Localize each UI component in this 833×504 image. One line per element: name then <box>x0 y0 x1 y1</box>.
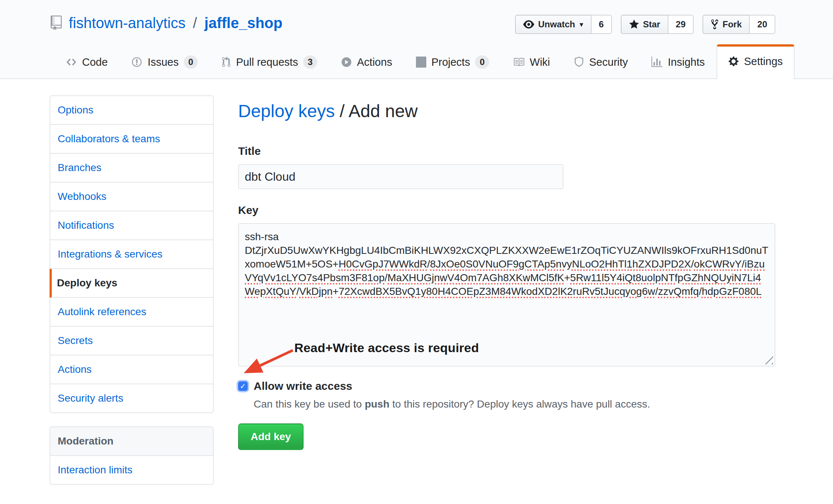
tab-insights[interactable]: Insights <box>640 45 717 79</box>
pull-request-icon <box>221 57 231 68</box>
tab-projects[interactable]: Projects 0 <box>404 45 501 79</box>
sidebar-item-branches[interactable]: Branches <box>50 154 213 183</box>
key-text: + <box>564 272 570 283</box>
key-textarea[interactable]: ssh-rsa DtZjrXuD5UwXwYKHgbgLU4IbCmBiKHLW… <box>238 223 775 367</box>
tab-actions-label: Actions <box>357 55 392 69</box>
allow-write-access-checkbox[interactable]: ✓ <box>238 381 248 391</box>
watch-button-group: Unwatch ▾ 6 <box>515 15 612 34</box>
sidebar-item-autolink-references[interactable]: Autolink references <box>50 298 213 327</box>
repo-icon <box>50 16 63 30</box>
page-header: fishtown-analytics / jaffle_shop Unwatch… <box>0 0 833 79</box>
pull-requests-counter: 3 <box>303 55 317 69</box>
github-settings-page: fishtown-analytics / jaffle_shop Unwatch… <box>0 0 833 504</box>
repo-nav: Code Issues 0 Pull requests 3 Actions Pr… <box>54 44 795 79</box>
watch-count[interactable]: 6 <box>591 15 612 34</box>
tab-actions[interactable]: Actions <box>329 45 404 79</box>
sidebar-item-security-alerts[interactable]: Security alerts <box>50 384 213 412</box>
graph-icon <box>651 57 663 68</box>
key-text: / <box>699 286 702 297</box>
moderation-heading: Moderation <box>50 427 213 456</box>
project-icon <box>416 57 426 68</box>
key-text: H0CvGpJ7WWkdR <box>339 258 427 270</box>
sidebar-item-interaction-limits[interactable]: Interaction limits <box>50 456 213 484</box>
settings-menu: Options Collaborators & teams Branches W… <box>50 95 214 413</box>
key-text: / <box>655 286 658 297</box>
fork-label: Fork <box>722 19 742 30</box>
sidebar-item-options[interactable]: Options <box>50 96 213 125</box>
sidebar-item-deploy-keys[interactable]: Deploy keys <box>50 269 213 298</box>
repo-owner-link[interactable]: fishtown-analytics <box>69 13 186 33</box>
key-text: VkDjpn <box>299 286 332 297</box>
tab-pull-requests[interactable]: Pull requests 3 <box>210 45 329 79</box>
fork-icon <box>711 19 719 30</box>
tab-issues-label: Issues <box>148 55 179 69</box>
checkmark-icon: ✓ <box>240 381 246 391</box>
key-text: / <box>385 272 387 283</box>
issue-opened-icon <box>131 57 142 68</box>
code-icon <box>66 57 77 68</box>
deploy-key-form: Deploy keys / Add new Title Key ssh-rsa … <box>238 95 775 450</box>
moderation-menu: Moderation Interaction limits <box>50 426 214 485</box>
tab-wiki[interactable]: Wiki <box>501 45 562 79</box>
fork-count[interactable]: 20 <box>749 15 775 34</box>
key-text: / <box>691 258 694 270</box>
help-text-push: push <box>365 398 389 410</box>
sidebar-item-collaborators-teams[interactable]: Collaborators & teams <box>50 125 213 154</box>
tab-security-label: Security <box>589 55 628 69</box>
star-count[interactable]: 29 <box>668 15 694 34</box>
write-access-help-text: Can this key be used to push to this rep… <box>254 397 775 412</box>
sidebar-item-integrations-services[interactable]: Integrations & services <box>50 240 213 269</box>
settings-content: Options Collaborators & teams Branches W… <box>0 79 833 485</box>
deploy-keys-breadcrumb-link[interactable]: Deploy keys <box>238 101 335 121</box>
key-text: zzvQmfq <box>658 286 699 297</box>
key-text: hdpGzF080L <box>702 286 762 297</box>
star-label: Star <box>643 19 660 30</box>
help-text-suffix: to this repository? Deploy keys always h… <box>389 398 650 410</box>
projects-counter: 0 <box>475 55 489 69</box>
repo-action-buttons: Unwatch ▾ 6 Star 29 Fork <box>515 15 775 34</box>
star-icon <box>629 19 639 30</box>
key-text: 8JxOe0S0VNuOF9gCTAp5nvyNLoO2HhTl1hZXDJPD… <box>430 258 691 270</box>
add-key-button[interactable]: Add key <box>238 423 304 450</box>
fork-button[interactable]: Fork <box>702 15 750 34</box>
book-icon <box>513 57 525 68</box>
tab-pull-requests-label: Pull requests <box>236 55 298 69</box>
breadcrumb-current: Add new <box>349 101 418 121</box>
repo-name-link[interactable]: jaffle_shop <box>204 13 282 33</box>
allow-write-access-label: Allow write access <box>254 378 352 394</box>
star-button[interactable]: Star <box>621 15 668 34</box>
key-text: / <box>742 258 745 270</box>
tab-projects-label: Projects <box>431 55 470 69</box>
sidebar-item-webhooks[interactable]: Webhooks <box>50 183 213 211</box>
unwatch-label: Unwatch <box>538 19 575 30</box>
breadcrumb-separator: / <box>335 101 348 121</box>
help-text-prefix: Can this key be used to <box>254 398 365 410</box>
star-button-group: Star 29 <box>621 15 694 34</box>
key-text: okCWRvY <box>694 258 742 270</box>
settings-sidebar: Options Collaborators & teams Branches W… <box>50 95 214 485</box>
title-field-label: Title <box>238 143 775 159</box>
tab-insights-label: Insights <box>668 55 705 69</box>
tab-issues[interactable]: Issues 0 <box>119 45 209 79</box>
tab-code[interactable]: Code <box>54 45 119 79</box>
title-input[interactable] <box>238 164 563 189</box>
key-text: 72XcwdBX5BvQ1y80H4COEpZ3M84WkodXD2lK2ruR… <box>339 286 655 297</box>
tab-security[interactable]: Security <box>562 45 640 79</box>
sidebar-item-actions[interactable]: Actions <box>50 355 213 384</box>
sidebar-item-notifications[interactable]: Notifications <box>50 211 213 240</box>
play-icon <box>341 57 352 68</box>
unwatch-button[interactable]: Unwatch ▾ <box>515 15 591 34</box>
shield-icon <box>574 57 584 68</box>
repo-separator: / <box>192 13 199 33</box>
tab-settings[interactable]: Settings <box>717 44 795 79</box>
key-field-label: Key <box>238 202 775 218</box>
gear-icon <box>728 56 739 67</box>
fork-button-group: Fork 20 <box>702 15 775 34</box>
issues-counter: 0 <box>184 55 197 69</box>
allow-write-access-row: ✓ Allow write access <box>238 378 775 394</box>
key-text: + <box>333 286 339 297</box>
textarea-resize-handle[interactable] <box>764 355 773 364</box>
sidebar-item-secrets[interactable]: Secrets <box>50 327 213 355</box>
tab-code-label: Code <box>82 55 108 69</box>
key-text: / <box>427 258 430 270</box>
